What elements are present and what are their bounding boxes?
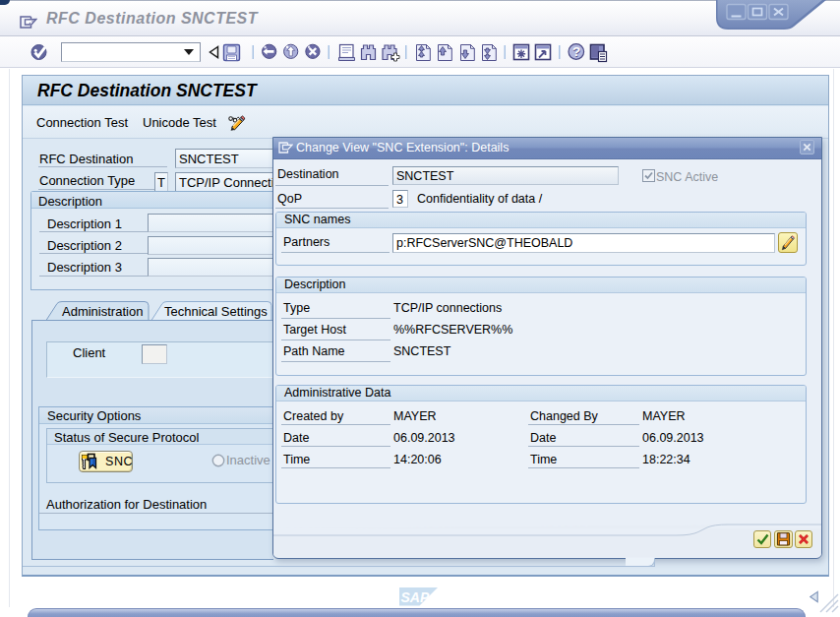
svg-text:SAP: SAP — [401, 589, 430, 605]
svg-text:?: ? — [572, 44, 580, 59]
